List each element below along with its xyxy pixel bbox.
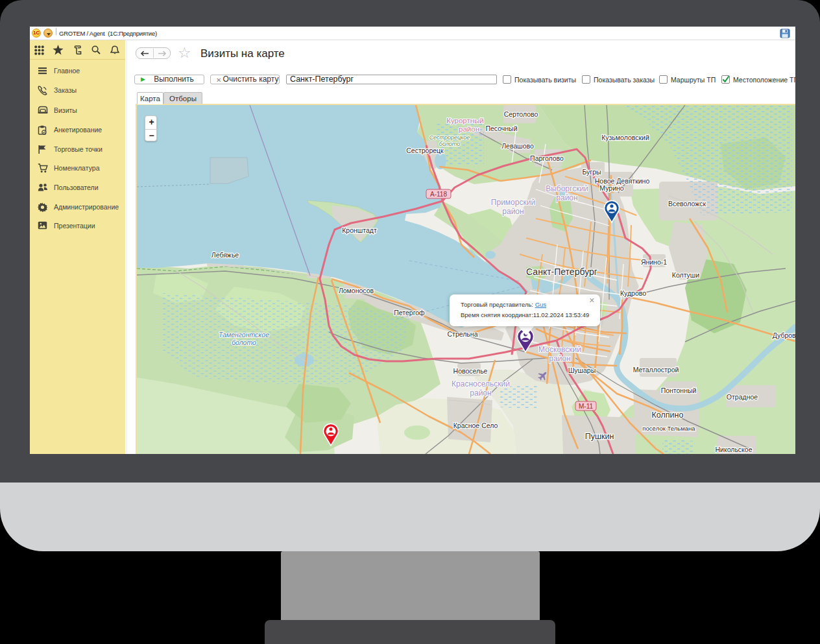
svg-text:район: район	[470, 388, 491, 398]
svg-text:Металлострой: Металлострой	[633, 366, 679, 374]
svg-text:Левашово: Левашово	[501, 142, 534, 150]
svg-text:Никольское: Никольское	[715, 446, 752, 453]
svg-text:Колтуши: Колтуши	[672, 271, 699, 279]
svg-text:Таменгонтское: Таменгонтское	[219, 331, 269, 339]
svg-text:район: район	[502, 207, 524, 216]
svg-text:Петергоф: Петергоф	[394, 309, 425, 316]
svg-text:Бугры: Бугры	[582, 168, 601, 176]
svg-text:М-11: М-11	[579, 403, 593, 410]
svg-text:Кудрово: Кудрово	[620, 289, 646, 297]
svg-text:Выборгский: Выборгский	[546, 184, 588, 193]
svg-text:Лебяжье: Лебяжье	[211, 251, 239, 259]
svg-text:Парголово: Парголово	[530, 154, 564, 162]
svg-text:А-118: А-118	[430, 191, 447, 198]
svg-text:Всеволожск: Всеволожск	[668, 200, 706, 208]
svg-text:Приморский: Приморский	[491, 198, 535, 207]
svg-text:Мурино: Мурино	[599, 184, 624, 192]
svg-text:Московский: Московский	[538, 345, 581, 354]
svg-text:Кузьмоловский: Кузьмоловский	[601, 134, 649, 141]
svg-text:Санкт-Петербург: Санкт-Петербург	[526, 267, 597, 277]
svg-text:Красносельский: Красносельский	[452, 379, 510, 388]
svg-text:район: район	[556, 193, 577, 202]
svg-text:Ломоносов: Ломоносов	[339, 287, 374, 294]
svg-text:Янино-1: Янино-1	[641, 258, 667, 266]
svg-text:район: район	[549, 354, 570, 363]
svg-text:Кронштадт: Кронштадт	[342, 226, 377, 234]
svg-text:болото: болото	[439, 141, 460, 147]
svg-text:Сестрорецкое: Сестрорецкое	[429, 134, 470, 141]
svg-text:Стрельна: Стрельна	[448, 330, 478, 338]
svg-text:Сестрорецк: Сестрорецк	[406, 147, 444, 154]
svg-text:болото: болото	[232, 339, 256, 346]
svg-text:Сертолово: Сертолово	[504, 110, 538, 118]
svg-text:Курортный: Курортный	[446, 117, 484, 125]
svg-text:Понтонный: Понтонный	[661, 387, 697, 394]
svg-text:Красное Село: Красное Село	[453, 422, 498, 429]
svg-text:Пушкин: Пушкин	[585, 432, 614, 441]
svg-text:район: район	[459, 125, 479, 133]
svg-text:Отрадное: Отрадное	[727, 393, 758, 401]
svg-text:Шушары: Шушары	[568, 366, 596, 374]
svg-text:Колпино: Колпино	[652, 411, 684, 420]
svg-text:Песочный: Песочный	[485, 125, 517, 132]
svg-text:Дубровка: Дубровка	[773, 331, 795, 339]
svg-text:посёлок Тельмана: посёлок Тельмана	[642, 425, 695, 432]
svg-text:Новоселье: Новоселье	[453, 367, 488, 375]
